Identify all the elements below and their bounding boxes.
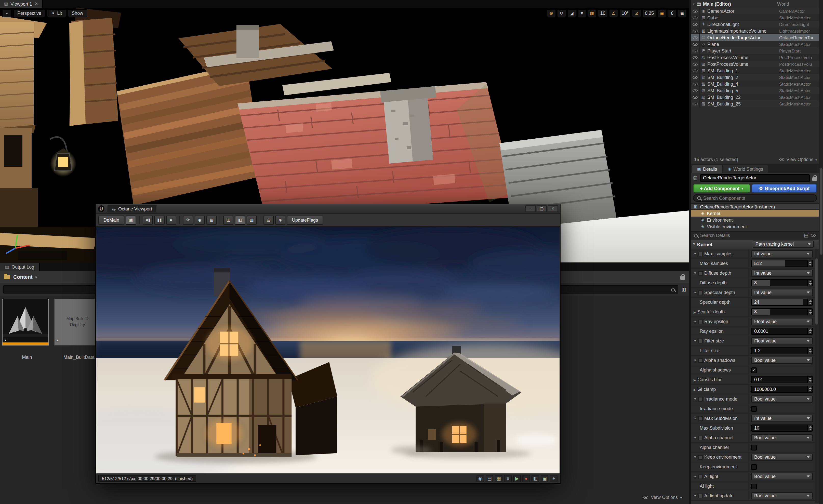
value-spinbox[interactable]: 10	[751, 425, 813, 432]
vp-rotate-tool-icon[interactable]: ↻	[557, 9, 566, 17]
tab-viewport-1[interactable]: ▦ Viewport 1 ✕	[0, 0, 42, 8]
step-back-icon[interactable]: ◀▮	[143, 215, 153, 224]
visibility-toggle[interactable]	[691, 80, 700, 87]
expander-icon[interactable]: ▼	[693, 359, 697, 362]
visibility-toggle[interactable]	[691, 27, 700, 34]
value-checkbox[interactable]	[751, 483, 757, 489]
outliner-row[interactable]: ▧SM_Building_22StaticMeshActor	[691, 94, 819, 101]
search-components-input[interactable]: Search Components	[693, 194, 817, 202]
split-view-icon[interactable]: ◫	[223, 215, 233, 224]
outliner-row[interactable]: ▧SM_Building_4StaticMeshActor	[691, 80, 819, 87]
list-icon[interactable]: ▤	[804, 233, 808, 238]
value-spinbox[interactable]: 24	[751, 299, 813, 306]
resume-render-icon[interactable]: ▶	[166, 215, 176, 224]
outliner-row[interactable]: ▧CubeStaticMeshActor	[691, 14, 819, 21]
value-type-dropdown[interactable]: Float value	[751, 337, 813, 344]
value-spinbox[interactable]: 8	[751, 279, 813, 286]
component-root-row[interactable]: ▣ OctaneRenderTargetActor (Instance)	[691, 203, 819, 210]
outliner-row[interactable]: ▦LightmassImportanceVolumeLightmassImpor	[691, 27, 819, 34]
settings-icon[interactable]: ▥	[682, 287, 686, 292]
spinner-arrows-icon[interactable]	[807, 261, 812, 267]
outliner-row[interactable]: ▧SM_Building_25StaticMeshActor	[691, 101, 819, 107]
expander-icon[interactable]: ▼	[693, 272, 697, 275]
visibility-toggle[interactable]	[691, 74, 700, 80]
value-spinbox[interactable]: 0.0001	[751, 328, 813, 335]
asset-thumbnail[interactable]: *	[2, 299, 49, 345]
vp-grid-snap-icon[interactable]: ▦	[588, 9, 597, 17]
vp-move-tool-icon[interactable]: ⊕	[547, 9, 556, 17]
vp-camera-speed-value[interactable]: 6	[668, 9, 677, 17]
camera-export-icon[interactable]: ◉	[477, 475, 484, 482]
visibility-toggle[interactable]	[691, 101, 700, 107]
outliner-row[interactable]: ◉CameraActorCameraActor	[691, 8, 819, 14]
outliner-row[interactable]: ◎OctaneRenderTargetActorOctaneRenderTar	[691, 34, 819, 41]
tab-world-settings[interactable]: ◉ World Settings	[722, 165, 768, 173]
content-view-options[interactable]: View Options ▾	[643, 495, 682, 500]
expander-icon[interactable]: ▼	[693, 252, 697, 255]
value-type-dropdown[interactable]: Bool value	[751, 454, 813, 461]
spinner-arrows-icon[interactable]	[807, 386, 812, 392]
actor-name-field[interactable]: OctaneRenderTargetActor	[700, 174, 810, 182]
right-panel-scrollbar[interactable]	[819, 0, 823, 504]
vp-rotation-snap-icon[interactable]: ∠	[609, 9, 618, 17]
render-list-icon[interactable]: ▤	[264, 215, 274, 224]
visibility-toggle[interactable]	[691, 67, 700, 74]
updateflags-button[interactable]: UpdateFlags	[287, 215, 323, 224]
component-row-environment[interactable]: ◈Environment	[691, 216, 819, 223]
vp-rotation-snap-value[interactable]: 10°	[619, 9, 631, 17]
lock-icon[interactable]	[680, 276, 685, 280]
viewport-options-button[interactable]: ▾	[2, 9, 12, 17]
expander-icon[interactable]: ▼	[693, 291, 697, 294]
expander-icon[interactable]: ▼	[691, 242, 697, 245]
value-checkbox[interactable]	[751, 445, 757, 450]
spinner-arrows-icon[interactable]	[807, 425, 812, 431]
value-type-dropdown[interactable]: Bool value	[751, 395, 813, 402]
pause-render-icon[interactable]: ▮▮	[154, 215, 165, 224]
octane-title-bar[interactable]: U ◎ Octane Viewport – ▢ ✕	[96, 204, 560, 213]
value-type-dropdown[interactable]: Bool value	[751, 434, 813, 441]
visibility-toggle[interactable]	[691, 94, 700, 101]
outliner-row[interactable]: ▨PostProcessVolumePostProcessVolu	[691, 54, 819, 61]
vp-scale-snap-icon[interactable]: ⊿	[632, 9, 641, 17]
spinner-arrows-icon[interactable]	[807, 309, 812, 315]
visibility-toggle[interactable]	[691, 21, 700, 27]
expander-icon[interactable]: ▼	[693, 417, 697, 420]
asset-thumbnail[interactable]: Map Build D Registry *	[54, 299, 101, 345]
outliner-row[interactable]: ⚑Player StartPlayerStart	[691, 47, 819, 54]
expander-icon[interactable]: ▾	[693, 2, 695, 6]
close-icon[interactable]: ✕	[35, 2, 38, 6]
value-type-dropdown[interactable]: Int value	[751, 415, 813, 422]
stop-render-icon[interactable]: ●	[522, 475, 530, 482]
asset-label[interactable]: Main	[2, 355, 52, 360]
perspective-button[interactable]: Perspective	[13, 9, 45, 17]
vp-maximize-viewport-icon[interactable]: ▣	[678, 9, 687, 17]
category-kernel[interactable]: ▼ Kernel Path tracing kernel	[691, 239, 819, 249]
octane-render-view[interactable]	[96, 227, 559, 473]
spinner-arrows-icon[interactable]	[807, 328, 812, 334]
value-type-dropdown[interactable]: Bool value	[751, 492, 813, 499]
value-type-dropdown[interactable]: Bool value	[751, 357, 813, 364]
snapshot-icon[interactable]: ▣	[541, 475, 548, 482]
expander-icon[interactable]: ▼	[693, 339, 697, 342]
lock-icon[interactable]	[812, 177, 817, 181]
vp-surface-snap-icon[interactable]: ▼	[578, 9, 587, 17]
add-component-button[interactable]: + Add Component ▾	[693, 184, 750, 193]
kernel-type-dropdown[interactable]: Path tracing kernel	[753, 240, 814, 248]
value-type-dropdown[interactable]: Int value	[751, 270, 813, 277]
maximize-button[interactable]: ▢	[537, 205, 547, 212]
render-log-icon[interactable]: ▤	[486, 475, 493, 482]
scrollbar-thumb[interactable]	[815, 259, 818, 325]
value-spinbox[interactable]: 1.2	[751, 347, 813, 354]
display-mode-icon[interactable]: ▣	[126, 215, 136, 224]
expander-icon[interactable]: ▼	[693, 397, 697, 400]
visibility-toggle[interactable]	[691, 34, 700, 41]
render-layer-icon[interactable]: ◧	[235, 215, 245, 224]
value-checkbox[interactable]	[751, 406, 757, 411]
spinner-arrows-icon[interactable]	[807, 348, 812, 354]
scrollbar-thumb[interactable]	[820, 168, 822, 255]
outliner-row[interactable]: ▱PlaneStaticMeshActor	[691, 41, 819, 47]
vp-scale-snap-value[interactable]: 0.25	[642, 9, 656, 17]
grid-overlay-icon[interactable]: ▦	[206, 215, 216, 224]
component-row-kernel[interactable]: ◈Kernel	[691, 210, 819, 216]
visibility-toggle[interactable]	[691, 47, 700, 54]
